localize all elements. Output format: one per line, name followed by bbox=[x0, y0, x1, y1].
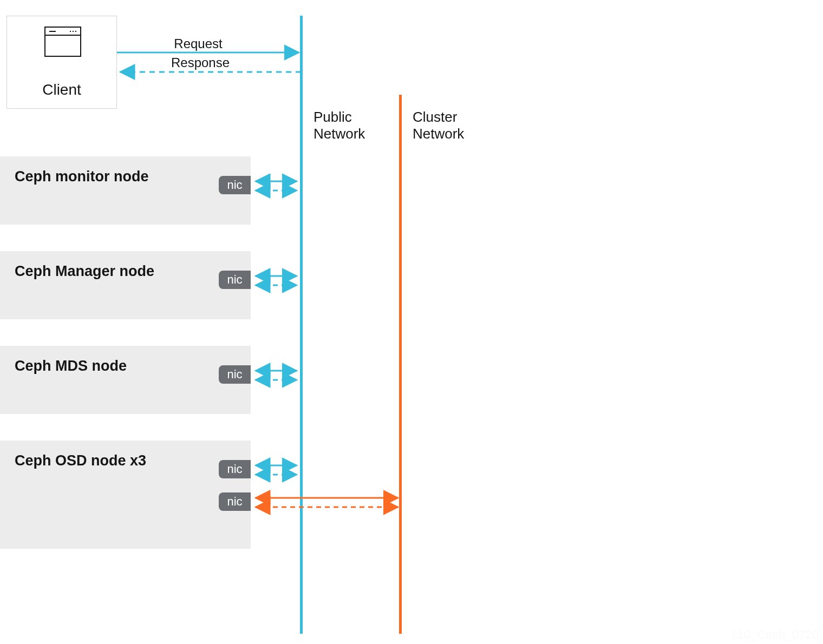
node-osd-nic-public-arrows bbox=[251, 460, 302, 479]
node-osd-nic-cluster: nic bbox=[219, 492, 251, 511]
public-network-label: Public Network bbox=[313, 109, 365, 142]
node-monitor-nic: nic bbox=[219, 176, 251, 194]
public-network-line bbox=[300, 16, 303, 634]
client-panel: Client bbox=[6, 16, 117, 109]
node-osd-nic-public: nic bbox=[219, 460, 251, 478]
node-monitor-nic-arrows bbox=[251, 176, 302, 195]
node-monitor-title: Ceph monitor node bbox=[15, 168, 148, 185]
cluster-network-label: Cluster Network bbox=[413, 109, 464, 142]
node-mds: Ceph MDS node bbox=[0, 346, 251, 414]
node-mds-nic: nic bbox=[219, 365, 251, 384]
node-monitor: Ceph monitor node bbox=[0, 156, 251, 225]
client-label: Client bbox=[7, 81, 116, 98]
watermark: 110_Ceph_0720 bbox=[730, 628, 819, 642]
diagram-canvas: Public Network Cluster Network Client bbox=[0, 0, 823, 644]
node-mds-nic-arrows bbox=[251, 365, 302, 385]
node-osd-title: Ceph OSD node x3 bbox=[15, 452, 146, 469]
node-osd: Ceph OSD node x3 bbox=[0, 441, 251, 549]
request-label: Request bbox=[168, 36, 228, 51]
node-manager-nic-arrows bbox=[251, 271, 302, 290]
node-manager: Ceph Manager node bbox=[0, 251, 251, 319]
node-manager-title: Ceph Manager node bbox=[15, 263, 154, 280]
node-manager-nic: nic bbox=[219, 271, 251, 289]
node-osd-nic-cluster-arrows bbox=[251, 492, 402, 512]
response-label: Response bbox=[168, 55, 232, 70]
window-icon bbox=[44, 27, 81, 57]
cluster-network-line bbox=[399, 95, 402, 634]
node-mds-title: Ceph MDS node bbox=[15, 358, 127, 374]
